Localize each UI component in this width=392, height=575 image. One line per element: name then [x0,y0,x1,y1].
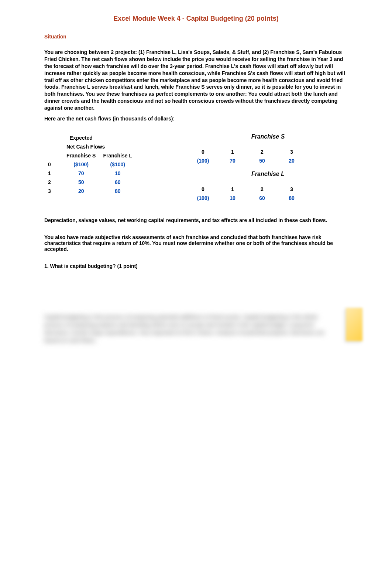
intro-paragraph-2: Here are the net cash flows (in thousand… [44,115,348,122]
intro-paragraph: You are choosing between 2 projects: (1)… [44,49,348,112]
table-row: 0 1 2 3 [188,147,306,156]
table-row: 32080 [44,187,136,195]
blurred-answer-region: Capital budgeting is the process of anal… [44,313,348,372]
col-franchise-s: Franchise S [63,151,99,160]
franchise-s-title: Franchise S [188,133,348,140]
expected-header: Expected [63,133,99,142]
situation-heading: Situation [44,34,348,40]
expected-cash-flows-table: Expected Net Cash Flows Franchise SFranc… [44,133,177,208]
table-row: (100) 70 50 20 [188,156,306,165]
question-1: 1. What is capital budgeting? (1 point) [44,263,348,269]
page-title: Excel Module Week 4 - Capital Budgeting … [44,15,348,23]
franchise-s-timeline: Franchise S 0 1 2 3 (100) 70 50 20 [188,133,348,165]
table-row: 0($100)($100) [44,160,136,169]
table-row: (100) 10 60 80 [188,194,306,203]
franchise-l-title: Franchise L [188,171,348,177]
franchise-l-timeline: Franchise L 0 1 2 3 (100) 10 60 80 [188,171,348,203]
table-row: 0 1 2 3 [188,185,306,194]
fade-overlay [0,343,392,387]
table-row: 17010 [44,169,136,178]
blurred-text: Capital budgeting is the process of anal… [44,313,348,344]
note-depreciation: Depreciation, salvage values, net workin… [44,217,348,223]
net-cash-flows-header: Net Cash Flows [63,142,136,151]
note-risk: You also have made subjective risk asses… [44,234,348,252]
table-row: 25060 [44,178,136,187]
sticky-note-icon [346,308,362,341]
col-franchise-l: Franchise L [99,151,136,160]
